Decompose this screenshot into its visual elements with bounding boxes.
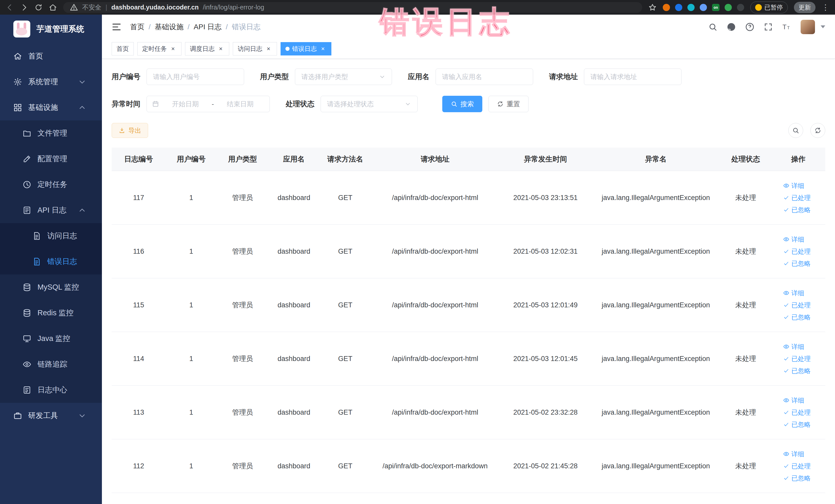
breadcrumb-item[interactable]: 基础设施 [155,22,184,32]
avatar-caret-icon[interactable] [821,25,825,28]
breadcrumb-item[interactable]: API 日志 [194,22,222,32]
ignored-link[interactable]: 已忽略 [783,367,813,375]
tab-调度日志[interactable]: 调度日志× [185,42,229,56]
tab-访问日志[interactable]: 访问日志× [233,42,277,56]
sidebar-item-链路追踪[interactable]: 链路追踪 [0,351,102,377]
tab-close-icon[interactable]: × [319,45,326,53]
table-body: 1171管理员dashboardGET/api/infra/db-doc/exp… [111,171,825,493]
ignored-link[interactable]: 已忽略 [783,420,813,429]
sidebar-item-访问日志[interactable]: 访问日志 [0,223,102,249]
sidebar-item-配置管理[interactable]: 配置管理 [0,146,102,172]
cell-app: dashboard [268,462,320,470]
bookmark-star-icon[interactable] [648,3,657,12]
user-type-select[interactable]: 请选择用户类型 [295,68,392,85]
sidebar-item-系统管理[interactable]: 系统管理 [0,69,102,95]
export-button[interactable]: 导出 [111,123,148,138]
ignored-link[interactable]: 已忽略 [783,206,813,214]
processed-link[interactable]: 已处理 [783,355,813,363]
ignored-link[interactable]: 已忽略 [783,474,813,482]
search-toggle-button[interactable] [788,123,803,138]
detail-link[interactable]: 详细 [783,396,813,405]
sidebar-toggle-icon[interactable] [111,22,121,32]
tools-icon [13,411,22,420]
refresh-button[interactable] [810,123,825,138]
tab-定时任务[interactable]: 定时任务× [137,42,182,56]
update-button[interactable]: 更新 [794,2,815,13]
detail-link[interactable]: 详细 [783,450,813,458]
detail-link[interactable]: 详细 [783,235,813,244]
date-range-picker[interactable]: - [147,96,270,112]
sidebar-item-Redis 监控[interactable]: Redis 监控 [0,300,102,326]
search-icon[interactable] [708,22,717,32]
sidebar-item-定时任务[interactable]: 定时任务 [0,172,102,198]
sidebar-item-MySQL 监控[interactable]: MySQL 监控 [0,275,102,300]
processed-link[interactable]: 已处理 [783,408,813,417]
processed-link[interactable]: 已处理 [783,194,813,202]
sidebar-item-API 日志[interactable]: API 日志 [0,198,102,223]
sidebar-item-文件管理[interactable]: 文件管理 [0,120,102,146]
sidebar-item-错误日志[interactable]: 错误日志 [0,249,102,275]
extension-on-badge[interactable]: on [712,4,719,11]
detail-link[interactable]: 详细 [783,343,813,351]
search-button[interactable]: 搜索 [442,96,482,112]
tab-首页[interactable]: 首页 [111,42,134,56]
processed-link[interactable]: 已处理 [783,462,813,470]
extension-dark[interactable] [737,4,744,11]
github-icon[interactable] [727,22,736,32]
url-bar[interactable]: 不安全 | dashboard.yudao.iocoder.cn /infra/… [63,2,642,13]
process-status-select[interactable]: 请选择处理状态 [321,96,418,112]
cell-url: /api/infra/db-doc/export-markdown [371,462,499,470]
app-name-input[interactable] [435,68,533,85]
sidebar-item-Java 监控[interactable]: Java 监控 [0,326,102,351]
detail-link[interactable]: 详细 [783,289,813,297]
help-icon[interactable] [745,22,754,32]
detail-link[interactable]: 详细 [783,182,813,190]
breadcrumb: 首页/基础设施/API 日志/错误日志 [130,22,261,32]
sidebar-item-首页[interactable]: 首页 [0,43,102,69]
end-date-input[interactable] [216,100,264,108]
sidebar-item-基础设施[interactable]: 基础设施 [0,95,102,120]
extension-blue[interactable] [675,4,682,11]
extension-green[interactable] [725,4,732,11]
processed-link[interactable]: 已处理 [783,247,813,256]
sidebar-item-日志中心[interactable]: 日志中心 [0,377,102,403]
fullscreen-icon[interactable] [763,22,773,32]
logo-row[interactable]: 芋道管理系统 [0,15,102,43]
browser-forward-icon[interactable] [20,3,28,12]
sidebar-item-研发工具[interactable]: 研发工具 [0,403,102,428]
extension-grid[interactable] [700,4,707,11]
extension-teal[interactable] [687,4,695,11]
table-row: 1151管理员dashboardGET/api/infra/db-doc/exp… [111,278,825,332]
cell-user_id: 1 [166,301,217,309]
browser-home-icon[interactable] [49,3,57,12]
doc-icon [32,231,41,240]
browser-back-icon[interactable] [6,3,14,12]
tab-close-icon[interactable]: × [217,45,224,53]
avatar[interactable] [801,20,815,34]
detail-label: 详细 [791,396,804,405]
processed-label: 已处理 [791,301,811,309]
browser-reload-icon[interactable] [34,3,43,12]
font-size-icon[interactable]: TT [782,22,791,32]
tab-错误日志[interactable]: 错误日志× [281,42,331,56]
refresh-icon [497,101,504,107]
user-id-input[interactable] [147,68,244,85]
start-date-input[interactable] [161,100,210,108]
extension-red[interactable] [663,4,670,11]
cell-user_id: 1 [166,408,217,417]
ignored-link[interactable]: 已忽略 [783,259,813,268]
tab-close-icon[interactable]: × [265,45,272,53]
cell-time: 2021-05-02 23:32:28 [499,408,592,417]
ignored-link[interactable]: 已忽略 [783,313,813,321]
paused-badge[interactable]: 已暂停 [750,2,788,13]
request-url-input[interactable] [584,68,681,85]
trace-icon [23,360,31,369]
tab-close-icon[interactable]: × [169,45,177,53]
browser-menu-icon[interactable]: ⋮ [822,3,829,12]
cell-time: 2021-05-03 23:13:51 [499,194,592,202]
processed-link[interactable]: 已处理 [783,301,813,309]
breadcrumb-item[interactable]: 首页 [130,22,144,32]
url-domain: dashboard.yudao.iocoder.cn [111,4,199,11]
processed-label: 已处理 [791,355,811,363]
reset-button[interactable]: 重置 [488,96,529,112]
